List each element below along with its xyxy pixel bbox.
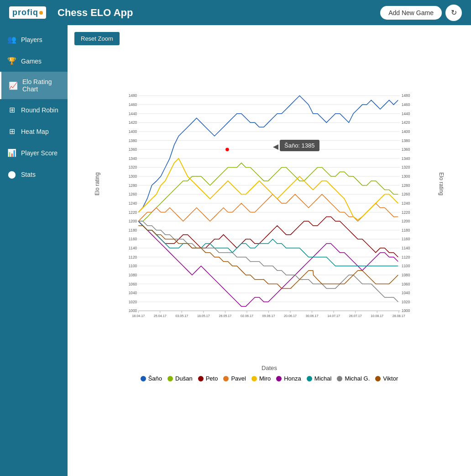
svg-text:26.05.17: 26.05.17 [219,314,231,318]
svg-text:1280: 1280 [129,183,137,188]
svg-text:1240: 1240 [402,201,410,206]
svg-text:1120: 1120 [402,255,410,259]
svg-text:1140: 1140 [129,246,137,250]
stats-icon: ⬤ [7,170,16,179]
chart-outer: Elo rating Elo rating Šaňo: 1385 [74,51,464,363]
svg-text:26.07.17: 26.07.17 [349,314,362,318]
svg-text:1080: 1080 [402,273,410,277]
svg-text:1460: 1460 [129,102,137,107]
legend-item-viktor: Viktor [375,375,398,382]
legend-label-dusan: Dušan [175,375,193,382]
chart-canvas-wrapper: Šaňo: 1385 .grid-line { stroke: #ddd; st… [125,51,414,363]
svg-text:1160: 1160 [129,237,137,241]
sidebar-label-player-score: Player Score [21,149,58,157]
sidebar-item-round-robin[interactable]: ⊞ Round Robin [0,99,68,121]
legend-color-honza [276,376,282,381]
legend-label-viktor: Viktor [383,375,398,382]
legend-item-dusan: Dušan [167,375,193,382]
logo: profiq [9,6,48,19]
svg-text:1080: 1080 [129,273,137,277]
chart-legend: Šaňo Dušan Peto Pavel Miro Honza [74,375,464,382]
legend-color-michal-g [337,376,342,381]
sidebar-item-elo-rating-chart[interactable]: 📈 Elo Rating Chart [0,72,68,99]
svg-text:1060: 1060 [129,282,137,286]
svg-text:1180: 1180 [402,228,410,233]
sidebar-item-games[interactable]: 🏆 Games [0,50,68,72]
refresh-button[interactable]: ↻ [445,5,462,21]
sidebar-item-heat-map[interactable]: ⊞ Heat Map [0,121,68,142]
legend-label-michal-g: Michal G. [345,375,370,382]
heat-map-icon: ⊞ [7,127,16,136]
logo-dot [39,11,43,15]
sidebar-item-player-score[interactable]: 📊 Player Score [0,142,68,164]
legend-color-miro [251,376,257,381]
legend-item-peto: Peto [198,375,218,382]
legend-color-sano [141,376,146,381]
svg-text:1340: 1340 [402,156,410,161]
y-axis-label-left: Elo rating [94,172,100,196]
svg-text:30.06.17: 30.06.17 [306,314,319,318]
svg-text:1260: 1260 [129,192,137,196]
legend-color-peto [198,376,204,381]
sidebar: 👥 Players 🏆 Games 📈 Elo Rating Chart ⊞ R… [0,25,68,476]
content: Reset Zoom Elo rating Elo rating Šaňo: 1… [68,25,471,476]
main-layout: 👥 Players 🏆 Games 📈 Elo Rating Chart ⊞ R… [0,25,471,476]
svg-text:1040: 1040 [129,291,137,295]
svg-text:1480: 1480 [402,93,410,98]
svg-text:18.04.17: 18.04.17 [132,314,145,318]
add-game-button[interactable]: Add New Game [380,6,442,20]
svg-text:1400: 1400 [402,129,410,134]
sidebar-label-players: Players [21,36,42,43]
reset-zoom-button[interactable]: Reset Zoom [74,32,120,45]
svg-text:1000: 1000 [402,308,410,313]
svg-text:02.06.17: 02.06.17 [241,314,253,318]
svg-text:1260: 1260 [402,192,410,196]
svg-text:1380: 1380 [129,138,137,143]
svg-text:1360: 1360 [402,147,410,152]
legend-item-miro: Miro [251,375,271,382]
legend-label-peto: Peto [206,375,218,382]
svg-text:1300: 1300 [129,174,137,179]
svg-text:1060: 1060 [402,282,410,286]
svg-text:1320: 1320 [402,165,410,169]
legend-color-michal [307,376,312,381]
header-buttons: Add New Game ↻ [380,5,462,21]
svg-text:1360: 1360 [129,147,137,152]
chart-svg: .grid-line { stroke: #ddd; stroke-width:… [125,51,414,361]
svg-text:18.05.17: 18.05.17 [197,314,210,318]
svg-text:1220: 1220 [402,210,410,215]
svg-text:1400: 1400 [129,129,137,134]
svg-text:1120: 1120 [129,255,137,259]
svg-text:1480: 1480 [129,93,137,98]
svg-text:1380: 1380 [402,138,410,143]
sidebar-label-stats: Stats [21,171,36,178]
legend-item-sano: Šaňo [141,375,162,382]
app-title: Chess ELO App [58,7,380,19]
svg-text:1420: 1420 [402,120,410,125]
sidebar-item-stats[interactable]: ⬤ Stats [0,164,68,185]
legend-color-viktor [375,376,381,381]
svg-text:1440: 1440 [402,111,410,116]
sidebar-label-elo-rating-chart: Elo Rating Chart [22,78,60,93]
svg-text:1320: 1320 [129,165,137,169]
svg-text:1460: 1460 [402,102,410,107]
elo-chart-icon: 📈 [9,81,18,90]
legend-item-pavel: Pavel [223,375,246,382]
x-axis-title: Dates [74,365,464,371]
legend-item-michal: Michal [307,375,332,382]
svg-text:1420: 1420 [129,120,137,125]
svg-text:03.05.17: 03.05.17 [175,314,188,318]
round-robin-icon: ⊞ [7,106,16,114]
svg-text:1300: 1300 [402,174,410,179]
legend-item-michal-g: Michal G. [337,375,370,382]
svg-text:1040: 1040 [402,291,410,295]
sidebar-item-players[interactable]: 👥 Players [0,29,68,50]
legend-label-michal: Michal [314,375,332,382]
svg-text:1000: 1000 [129,308,137,313]
legend-label-miro: Miro [259,375,271,382]
svg-text:1280: 1280 [402,183,410,188]
svg-text:10.08.17: 10.08.17 [371,314,383,318]
svg-text:1200: 1200 [129,219,137,223]
legend-label-sano: Šaňo [148,375,162,382]
legend-color-dusan [167,376,173,381]
